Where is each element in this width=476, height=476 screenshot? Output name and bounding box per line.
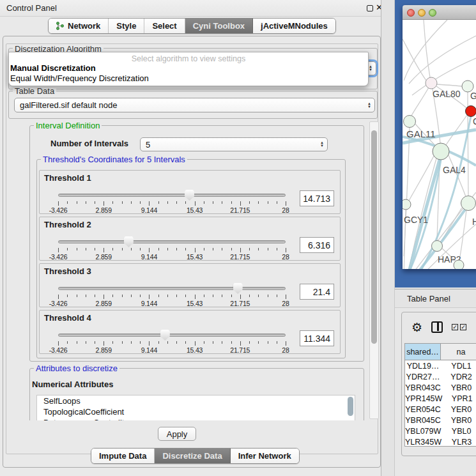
slider-track[interactable] [58, 287, 286, 290]
tick-label: 15.43 [179, 253, 211, 261]
apply-button[interactable]: Apply [158, 427, 196, 441]
slider-track[interactable] [58, 334, 286, 337]
tab-discretize-data[interactable]: Discretize Data [155, 449, 230, 463]
numerical-attributes-label: Numerical Attributes [32, 380, 113, 389]
cell-shared-name[interactable]: YER054C [405, 404, 441, 415]
tab-network[interactable]: Network [49, 19, 109, 33]
table-row[interactable]: YER054CYER0 [405, 404, 476, 415]
list-scrollbar[interactable] [348, 397, 353, 416]
slider-thumb[interactable] [160, 330, 170, 341]
table-row[interactable]: YPR145WYPR1 [405, 393, 476, 404]
cell-shared-name[interactable]: YBL079W [405, 426, 441, 436]
cell-name[interactable]: YBR0 [441, 415, 476, 426]
cell-name[interactable]: YER0 [441, 404, 476, 415]
column-header-shared-name[interactable]: shared… [405, 344, 441, 360]
network-desktop-area: GAL80GACGAL11GAL4GCY1HHAP2 [395, 0, 476, 288]
network-edge[interactable] [409, 36, 476, 84]
table-row[interactable]: YBR043CYBR0 [405, 382, 476, 393]
cell-name[interactable]: YLR3 [441, 436, 476, 447]
cell-name[interactable]: YBL0 [441, 426, 476, 436]
dropdown-item-manual-discretization[interactable]: Manual Discretization [9, 63, 368, 73]
network-node[interactable] [426, 77, 437, 89]
tab-infer-network[interactable]: Infer Network [231, 449, 299, 463]
network-node[interactable] [403, 199, 411, 210]
dropdown-item-equal-width-frequency[interactable]: Equal Width/Frequency Discretization [9, 73, 368, 84]
tab-jactivemnodules[interactable]: jActiveMNodules [253, 19, 335, 33]
panel-divider[interactable] [381, 0, 395, 476]
tab-impute-data[interactable]: Impute Data [91, 449, 155, 463]
threshold-value-field[interactable]: 21.4 [300, 284, 334, 300]
table-row[interactable]: YLR345WYLR3 [405, 436, 476, 447]
tab-style[interactable]: Style [109, 19, 144, 33]
cell-shared-name[interactable]: YLR345W [405, 436, 441, 447]
network-node[interactable] [433, 143, 449, 160]
slider-thumb[interactable] [185, 190, 194, 201]
group-title: Interval Definition [34, 121, 102, 130]
dropdown-placeholder-item[interactable]: Select algorithm to view settings [9, 52, 368, 63]
tick-mark [158, 248, 159, 250]
tick-label: 15.43 [179, 206, 211, 214]
columns-icon[interactable] [431, 321, 443, 333]
column-header-name[interactable]: na [441, 344, 476, 360]
cell-shared-name[interactable]: YDR27… [405, 371, 441, 382]
tick-mark [222, 248, 222, 250]
network-edge[interactable] [446, 115, 467, 145]
number-of-intervals-combobox[interactable]: 5 ▲▼ [140, 137, 328, 151]
tick-mark [95, 295, 95, 297]
table-row[interactable]: YDL19…YDL1 [405, 360, 476, 371]
cell-shared-name[interactable]: YBR043C [405, 382, 441, 393]
settings-vertical-scrollbar[interactable] [369, 121, 379, 419]
slider-track[interactable] [58, 194, 286, 197]
gear-icon[interactable]: ⚙ [411, 320, 422, 335]
tick-mark [58, 341, 59, 346]
cell-shared-name[interactable]: YPR145W [405, 393, 442, 404]
tick-mark [204, 341, 204, 344]
scrollbar-thumb[interactable] [371, 130, 377, 344]
tick-mark [240, 341, 241, 346]
tab-select[interactable]: Select [144, 19, 185, 33]
network-node[interactable] [404, 116, 416, 128]
attribute-list-item[interactable]: BetweennessCentrality [37, 417, 355, 420]
network-node[interactable] [466, 106, 476, 117]
close-traffic-light-icon[interactable] [407, 9, 415, 17]
cell-name[interactable]: YPR1 [442, 393, 476, 404]
attribute-list-item[interactable]: SelfLoops [37, 395, 355, 406]
slider-thumb[interactable] [233, 283, 243, 294]
tick-mark [112, 341, 113, 344]
network-edge[interactable] [437, 84, 462, 86]
tick-mark [131, 341, 132, 344]
slider-track[interactable] [58, 240, 286, 243]
network-node[interactable] [454, 260, 464, 269]
numerical-attributes-list[interactable]: SelfLoopsTopologicalCoefficientBetweenne… [36, 395, 355, 420]
minimize-traffic-light-icon[interactable] [418, 9, 426, 17]
network-edge[interactable] [411, 88, 429, 116]
table-row[interactable]: YDR27…YDR2 [405, 371, 476, 382]
network-canvas[interactable]: GAL80GACGAL11GAL4GCY1HHAP2 [403, 20, 476, 269]
network-view-window[interactable]: GAL80GACGAL11GAL4GCY1HHAP2 [403, 5, 476, 269]
network-node[interactable] [461, 196, 476, 211]
zoom-traffic-light-icon[interactable] [429, 9, 436, 17]
network-edge[interactable] [404, 20, 447, 81]
checkbox-icon[interactable]: ✓ [452, 324, 458, 330]
threshold-value-field[interactable]: 14.713 [300, 190, 334, 206]
attribute-list-item[interactable]: TopologicalCoefficient [37, 406, 355, 417]
network-node[interactable] [432, 241, 443, 252]
slider-thumb[interactable] [124, 236, 134, 247]
threshold-value-field[interactable]: 6.316 [300, 237, 334, 253]
network-window-titlebar[interactable] [403, 5, 476, 20]
cell-name[interactable]: YBR0 [441, 382, 476, 393]
tick-mark [185, 341, 186, 344]
table-row[interactable]: YBR045CYBR0 [405, 415, 476, 426]
table-row[interactable]: YBL079WYBL0 [405, 426, 476, 436]
table-data-combobox[interactable]: galFiltered.sif default node ▲▼ [14, 98, 375, 112]
tab-label: Infer Network [238, 451, 291, 461]
cell-name[interactable]: YDL1 [441, 360, 476, 371]
tab-cyni-toolbox[interactable]: Cyni Toolbox [185, 19, 253, 33]
float-window-icon[interactable] [367, 5, 373, 12]
threshold-value-field[interactable]: 11.344 [300, 330, 334, 346]
cell-shared-name[interactable]: YDL19… [405, 360, 441, 371]
cell-name[interactable]: YDR2 [441, 371, 476, 382]
checkbox-icon[interactable]: ✓ [460, 324, 466, 330]
tick-mark [286, 248, 286, 252]
cell-shared-name[interactable]: YBR045C [405, 415, 441, 426]
